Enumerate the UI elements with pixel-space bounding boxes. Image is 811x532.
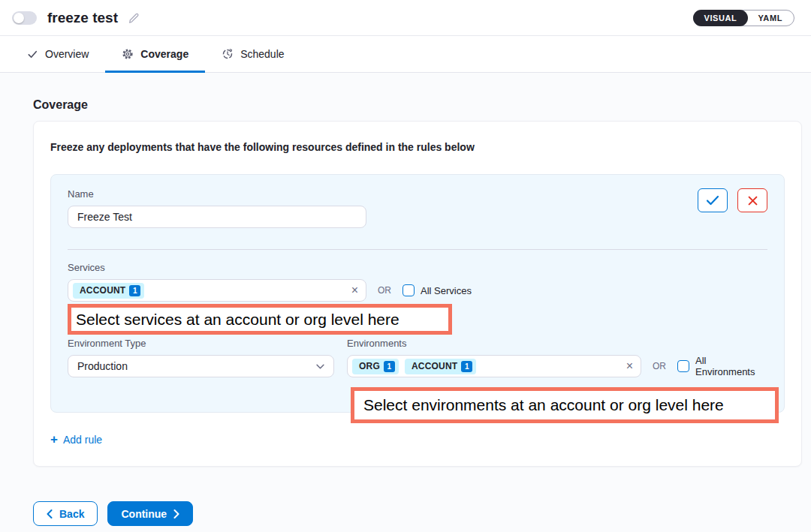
tab-schedule-label: Schedule (240, 48, 284, 60)
all-environments-label: All Environments (695, 355, 767, 377)
tab-bar: Overview Coverage Schedule (0, 36, 811, 73)
tag-count-badge: 1 (129, 285, 140, 296)
tab-schedule[interactable]: Schedule (205, 36, 300, 72)
name-label: Name (68, 188, 366, 200)
add-rule-label: Add rule (63, 434, 102, 446)
environments-or-label: OR (653, 361, 666, 371)
card-intro-text: Freeze any deployments that have the fol… (50, 141, 785, 153)
continue-button-label: Continue (121, 508, 167, 520)
page-title: freeze test (47, 10, 118, 26)
tab-overview[interactable]: Overview (11, 36, 105, 72)
coverage-card: Freeze any deployments that have the fol… (33, 121, 802, 467)
tab-coverage-label: Coverage (140, 48, 188, 60)
check-icon (27, 49, 38, 60)
services-field-group: Services ACCOUNT 1 × OR All Services (68, 262, 767, 302)
services-or-label: OR (378, 285, 391, 296)
environment-type-value: Production (77, 360, 128, 372)
continue-button[interactable]: Continue (107, 501, 193, 526)
header: freeze test VISUAL YAML (0, 0, 811, 36)
tab-coverage[interactable]: Coverage (105, 36, 205, 72)
coverage-heading: Coverage (33, 98, 778, 112)
environment-row: Environment Type Production Environments… (68, 338, 767, 377)
services-annotation: Select services at an account or org lev… (68, 304, 452, 335)
yaml-mode-button[interactable]: YAML (748, 11, 794, 26)
cancel-rule-button[interactable] (737, 188, 767, 212)
back-button[interactable]: Back (33, 501, 98, 526)
chevron-right-icon (173, 509, 179, 518)
chevron-left-icon (47, 509, 53, 518)
add-rule-button[interactable]: + Add rule (50, 433, 102, 446)
environments-clear-icon[interactable]: × (626, 360, 633, 372)
environments-label: Environments (347, 338, 767, 349)
chevron-down-icon (316, 364, 324, 369)
services-tag-input[interactable]: ACCOUNT 1 × (68, 279, 366, 302)
tag-text: ACCOUNT (80, 285, 125, 296)
footer-actions: Back Continue (0, 501, 811, 526)
confirm-rule-button[interactable] (698, 188, 728, 212)
toggle-knob (14, 13, 24, 23)
visual-yaml-switch: VISUAL YAML (693, 10, 795, 26)
rule-panel: Name (50, 174, 785, 413)
check-icon (706, 195, 719, 206)
gear-icon (122, 48, 134, 60)
environment-type-label: Environment Type (68, 338, 334, 349)
environments-tag-account[interactable]: ACCOUNT 1 (405, 359, 476, 374)
back-button-label: Back (59, 508, 84, 520)
tag-count-badge: 1 (384, 361, 395, 372)
main-content: Coverage Freeze any deployments that hav… (0, 98, 811, 467)
environment-type-group: Environment Type Production (68, 338, 334, 377)
all-environments-checkbox[interactable] (677, 360, 689, 372)
visual-mode-button[interactable]: VISUAL (693, 10, 749, 26)
tag-text: ACCOUNT (412, 361, 457, 371)
tag-text: ORG (359, 361, 380, 371)
schedule-icon (222, 48, 234, 60)
rule-divider (68, 249, 767, 250)
name-input[interactable] (68, 206, 366, 228)
services-tag-account[interactable]: ACCOUNT 1 (73, 283, 144, 299)
all-services-label: All Services (421, 285, 472, 296)
close-icon (748, 196, 758, 206)
environments-tag-input[interactable]: ORG 1 ACCOUNT 1 × (347, 355, 641, 377)
freeze-enable-toggle[interactable] (12, 11, 37, 25)
services-label: Services (68, 262, 767, 273)
tab-overview-label: Overview (45, 48, 89, 60)
services-clear-icon[interactable]: × (351, 284, 358, 296)
all-services-checkbox[interactable] (402, 284, 415, 296)
plus-icon: + (50, 433, 58, 446)
environments-tag-org[interactable]: ORG 1 (352, 359, 399, 374)
environments-annotation: Select environments at an account or org… (351, 387, 779, 423)
name-field-group: Name (68, 188, 366, 228)
environment-type-select[interactable]: Production (68, 355, 334, 377)
environments-group: Environments ORG 1 ACCOUNT 1 (347, 338, 767, 377)
tag-count-badge: 1 (461, 361, 472, 372)
edit-title-pencil-icon[interactable] (128, 11, 140, 24)
